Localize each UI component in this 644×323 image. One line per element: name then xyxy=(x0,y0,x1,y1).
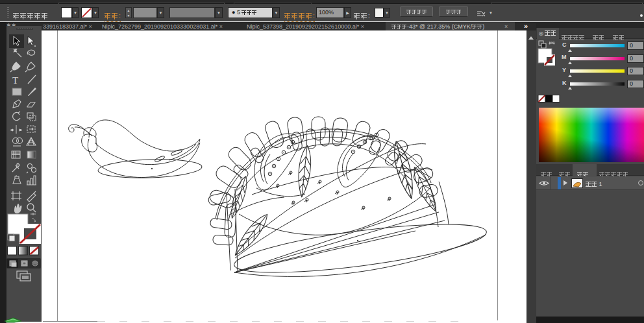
svg-text:T: T xyxy=(12,75,18,86)
